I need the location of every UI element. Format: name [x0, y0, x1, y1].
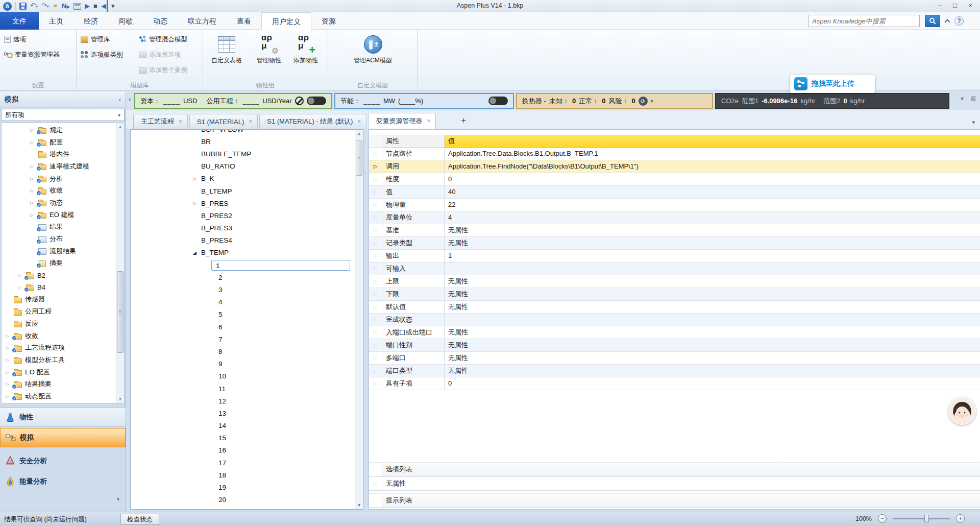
tab-close-icon[interactable]: ×	[427, 117, 430, 125]
economics-toggle[interactable]	[307, 97, 326, 105]
tree-item[interactable]: ▷ B4	[2, 281, 115, 294]
explorer-item[interactable]: 10	[131, 370, 354, 382]
property-row[interactable]: ▷ 入端口或出端口 无属性	[369, 326, 980, 339]
explorer-item[interactable]: 18	[131, 469, 354, 481]
tree-item[interactable]: ▷ 收敛	[2, 330, 115, 342]
explorer-item[interactable]: B_K	[131, 173, 354, 185]
tree-item[interactable]: ▷ 塔内件	[2, 148, 115, 160]
pane-collapse-icon[interactable]: ‹	[119, 95, 121, 103]
explorer-item[interactable]: 6	[131, 321, 354, 333]
explorer-item[interactable]: 1	[131, 259, 354, 271]
scroll-up-icon[interactable]: ▲	[355, 130, 363, 137]
assistant-avatar[interactable]	[948, 397, 976, 425]
document-tab[interactable]: 主工艺流程 ×	[133, 114, 188, 129]
help-icon[interactable]: ?	[954, 16, 964, 26]
value-column-header[interactable]: 值	[445, 135, 980, 148]
explorer-item[interactable]: 15	[131, 432, 354, 444]
toolbar-chevron-icon[interactable]: ▾	[961, 95, 964, 102]
explorer-scrollbar[interactable]: ▲ ▼	[355, 130, 363, 509]
collapse-ribbon-icon[interactable]	[944, 19, 950, 25]
search-button[interactable]	[925, 15, 940, 27]
property-row[interactable]: ▷ 调用 Application.Tree.FindNode("\Data\Bl…	[369, 160, 980, 173]
property-row[interactable]: ▷ 记录类型 无属性	[369, 237, 980, 250]
manage-acm-models-button[interactable]: 管理ACM模型	[344, 33, 402, 65]
zoom-in-button[interactable]: +	[956, 514, 965, 523]
ribbon-tab[interactable]: 经济	[74, 12, 108, 30]
tree-item[interactable]: ▷ 分析	[2, 173, 115, 185]
explorer-item[interactable]: 17	[131, 457, 354, 469]
tab-close-icon[interactable]: ×	[249, 118, 252, 125]
ribbon-tab[interactable]: 动态	[143, 12, 178, 30]
explorer-item[interactable]: B_PRES	[131, 197, 354, 209]
ribbon-tab[interactable]: 联立方程	[178, 12, 227, 30]
exchanger-refresh-icon[interactable]: ⟳	[639, 97, 648, 106]
nav-properties[interactable]: 物性	[0, 408, 126, 427]
tree-item[interactable]: ▷ 反应	[2, 318, 115, 330]
upload-drop-button[interactable]: 拖拽至此上传	[790, 75, 875, 93]
property-row[interactable]: ▷ 多端口 无属性	[369, 352, 980, 365]
scroll-down-icon[interactable]: ▼	[116, 395, 124, 403]
options-list-row[interactable]: ▷ 无属性	[369, 476, 980, 490]
tree-item[interactable]: ▷ EO 建模	[2, 209, 115, 221]
custom-table-button[interactable]: 自定义表格	[206, 33, 247, 65]
property-row[interactable]: ▷ 基准 无属性	[369, 224, 980, 237]
explorer-item[interactable]: BOT_VFLOW	[131, 130, 354, 135]
tree-item[interactable]: ▷ 配置	[2, 136, 115, 149]
property-row[interactable]: ▷ 物理量 22	[369, 199, 980, 211]
property-row[interactable]: ▷ 值 40	[369, 186, 980, 199]
document-tab[interactable]: S1 (MATERIAL) - 结果 (默认) ×	[259, 114, 366, 129]
manage-hybrid-models-button[interactable]: 管理混合模型	[139, 34, 187, 45]
explorer-item[interactable]: 9	[131, 358, 354, 370]
explorer-item[interactable]: 8	[131, 345, 354, 357]
property-row[interactable]: ▷ 维度 0	[369, 173, 980, 186]
nav-more-icon[interactable]: ▾	[117, 496, 119, 502]
tree-item[interactable]: ▷ 收敛	[2, 184, 115, 197]
tree-item[interactable]: ▷ 工艺流程选项	[2, 342, 115, 354]
explorer-item[interactable]: BR	[131, 135, 354, 148]
property-row[interactable]: ▷ 下限 无属性	[369, 288, 980, 301]
tree-item[interactable]: ▷ 流股结果	[2, 245, 115, 257]
scroll-down-icon[interactable]: ▼	[355, 501, 363, 509]
explorer-item[interactable]: 12	[131, 395, 354, 407]
tree-item[interactable]: ▷ 分布	[2, 233, 115, 245]
tree-item[interactable]: ▷ 结果	[2, 221, 115, 233]
tab-close-icon[interactable]: ×	[357, 118, 361, 125]
explorer-item[interactable]: BUBBLE_TEMP	[131, 148, 354, 160]
tree-item[interactable]: ▷ B2	[2, 269, 115, 281]
explorer-item[interactable]: B_LTEMP	[131, 185, 354, 197]
tab-close-icon[interactable]: ×	[179, 118, 182, 125]
add-selection-button[interactable]: 添加所选项	[139, 49, 181, 60]
expander-icon[interactable]	[193, 250, 201, 255]
explorer-item[interactable]: 11	[131, 382, 354, 395]
close-button[interactable]: ×	[963, 0, 978, 11]
explorer-item[interactable]: BU_RATIO	[131, 160, 354, 173]
ribbon-tab[interactable]: 用户定义	[261, 12, 311, 30]
variable-explorer-button[interactable]: (x 变量资源管理器	[4, 49, 60, 60]
zoom-slider-thumb[interactable]	[924, 515, 929, 522]
property-row[interactable]: ▷ 可输入	[369, 262, 980, 275]
explorer-item[interactable]: B_TEMP	[131, 247, 354, 259]
tree-item[interactable]: ▷ 动态	[2, 197, 115, 209]
tree-item[interactable]: ▷ 公用工程	[2, 305, 115, 318]
explorer-item[interactable]: B_PRES3	[131, 222, 354, 234]
property-row[interactable]: ▷ 端口性别 无属性	[369, 339, 980, 352]
check-status-button[interactable]: 检查状态	[120, 514, 159, 525]
zoom-out-button[interactable]: −	[878, 514, 887, 523]
property-row[interactable]: ▷ 上限 无属性	[369, 275, 980, 288]
tree-item[interactable]: ▷ 传感器	[2, 294, 115, 306]
explorer-item[interactable]: 2	[131, 271, 354, 283]
property-row[interactable]: ▷ 完成状态	[369, 314, 980, 326]
explorer-item[interactable]: 14	[131, 420, 354, 432]
scroll-up-icon[interactable]: ▲	[116, 123, 124, 131]
tree-item[interactable]: ▷ 结果摘要	[2, 378, 115, 390]
add-properties-button[interactable]: αρμ+ 添加物性	[289, 33, 323, 65]
explorer-item[interactable]: 20	[131, 494, 354, 506]
ribbon-tab[interactable]: 主页	[39, 12, 74, 30]
scrollbar-thumb[interactable]	[117, 271, 124, 353]
tab-list-dropdown-icon[interactable]: ▾	[972, 119, 975, 126]
knowledge-search-input[interactable]	[808, 15, 920, 27]
property-row[interactable]: ▷ 输出 1	[369, 250, 980, 262]
tree-item[interactable]: ▷ 动态配置	[2, 390, 115, 402]
tree-item[interactable]: ▷ 模型分析工具	[2, 354, 115, 366]
ribbon-tab[interactable]: 间歇	[108, 12, 143, 30]
